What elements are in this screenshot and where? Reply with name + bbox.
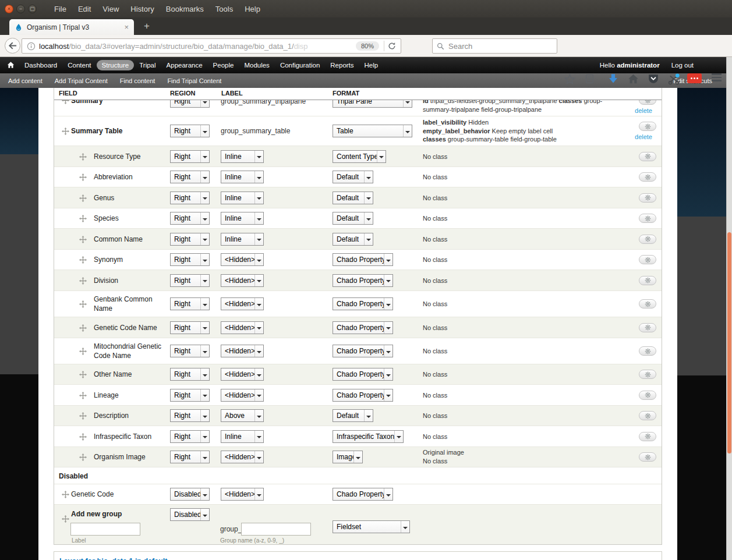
drag-handle-icon[interactable] bbox=[79, 391, 87, 399]
back-button[interactable] bbox=[5, 38, 20, 54]
format-select[interactable]: Infraspecific Taxon bbox=[333, 430, 404, 443]
format-select[interactable]: Fieldset bbox=[333, 520, 410, 533]
format-select[interactable]: Chado Property bbox=[333, 297, 393, 310]
settings-gear-button[interactable] bbox=[639, 370, 656, 379]
group-label-input[interactable] bbox=[70, 523, 140, 536]
format-select[interactable]: Image bbox=[333, 451, 363, 463]
format-select[interactable]: Chado Property bbox=[333, 488, 393, 501]
drag-handle-icon[interactable] bbox=[79, 412, 87, 420]
layout-link[interactable]: Layout for bio_data 1 in default bbox=[59, 557, 167, 560]
extension-icon[interactable] bbox=[687, 73, 702, 83]
region-select[interactable]: Disabled bbox=[170, 508, 210, 521]
drag-handle-icon[interactable] bbox=[79, 324, 87, 332]
drag-handle-icon[interactable] bbox=[79, 153, 87, 161]
menu-view[interactable]: View bbox=[97, 5, 125, 13]
drag-handle-icon[interactable] bbox=[79, 347, 87, 355]
label-select[interactable]: <Hidden> bbox=[221, 297, 264, 310]
settings-gear-button[interactable] bbox=[639, 235, 656, 244]
drag-handle-icon[interactable] bbox=[79, 235, 87, 243]
settings-gear-button[interactable] bbox=[639, 346, 656, 356]
reading-list-icon[interactable] bbox=[585, 73, 595, 84]
toolbar-item-modules[interactable]: Modules bbox=[239, 60, 274, 70]
drag-handle-icon[interactable] bbox=[62, 100, 70, 104]
delete-link[interactable]: delete bbox=[635, 133, 652, 140]
label-select[interactable]: <Hidden> bbox=[221, 274, 264, 287]
drag-handle-icon[interactable] bbox=[79, 277, 87, 285]
label-select[interactable]: <Hidden> bbox=[221, 321, 264, 334]
format-select[interactable]: Chado Property bbox=[333, 321, 393, 334]
label-select[interactable]: <Hidden> bbox=[221, 345, 264, 357]
tab-close-icon[interactable] bbox=[121, 23, 129, 31]
label-select[interactable]: <Hidden> bbox=[221, 488, 264, 501]
maximize-window-icon[interactable]: ▢ bbox=[28, 5, 37, 13]
label-select[interactable]: Inline bbox=[221, 212, 264, 225]
zoom-level-badge[interactable]: 80% bbox=[356, 41, 379, 51]
settings-gear-button[interactable] bbox=[639, 411, 656, 420]
format-select[interactable]: Chado Property bbox=[333, 389, 393, 402]
format-select[interactable]: Chado Property bbox=[333, 345, 393, 357]
label-select[interactable]: Inline bbox=[221, 171, 264, 183]
region-select[interactable]: Right bbox=[170, 389, 210, 402]
label-select[interactable]: <Hidden> bbox=[221, 389, 264, 402]
new-tab-button[interactable] bbox=[140, 20, 154, 32]
page-scrollbar[interactable] bbox=[726, 57, 732, 560]
label-select[interactable]: Inline bbox=[221, 430, 264, 443]
browser-tab[interactable]: Organism | Tripal v3 bbox=[9, 19, 134, 35]
region-select[interactable]: Right bbox=[170, 125, 210, 137]
label-select[interactable]: <Hidden> bbox=[221, 253, 264, 266]
region-select[interactable]: Right bbox=[170, 192, 210, 204]
menu-edit[interactable]: Edit bbox=[72, 5, 97, 13]
menu-bookmarks[interactable]: Bookmarks bbox=[160, 5, 210, 13]
drag-handle-icon[interactable] bbox=[79, 453, 87, 461]
format-select[interactable]: Chado Property bbox=[333, 274, 393, 287]
region-select[interactable]: Right bbox=[170, 430, 210, 443]
settings-gear-button[interactable] bbox=[639, 452, 656, 462]
settings-gear-button[interactable] bbox=[639, 122, 656, 131]
drag-handle-icon[interactable] bbox=[79, 214, 87, 222]
region-select[interactable]: Right bbox=[170, 368, 210, 381]
format-select[interactable]: Default bbox=[333, 192, 373, 204]
toolbar-item-people[interactable]: People bbox=[208, 60, 239, 70]
bookmark-star-icon[interactable] bbox=[564, 73, 576, 86]
shortcut-add-tripal-content[interactable]: Add Tripal Content bbox=[55, 77, 108, 84]
site-info-icon[interactable] bbox=[27, 42, 36, 51]
drag-handle-icon[interactable] bbox=[62, 490, 70, 498]
settings-gear-button[interactable] bbox=[639, 172, 656, 182]
settings-gear-button[interactable] bbox=[639, 276, 656, 285]
label-select[interactable]: Inline bbox=[221, 233, 264, 246]
drag-handle-icon[interactable] bbox=[79, 173, 87, 181]
region-select[interactable]: Right bbox=[170, 409, 210, 422]
settings-gear-button[interactable] bbox=[639, 100, 656, 105]
menu-tools[interactable]: Tools bbox=[210, 5, 239, 13]
menu-file[interactable]: File bbox=[48, 5, 72, 13]
menu-history[interactable]: History bbox=[125, 5, 160, 13]
settings-gear-button[interactable] bbox=[639, 214, 656, 223]
home-icon[interactable] bbox=[628, 73, 639, 84]
delete-link[interactable]: delete bbox=[635, 107, 652, 114]
toolbar-item-configuration[interactable]: Configuration bbox=[275, 60, 325, 70]
region-select[interactable]: Right bbox=[170, 100, 210, 108]
settings-gear-button[interactable] bbox=[639, 193, 656, 203]
pocket-icon[interactable] bbox=[648, 73, 659, 84]
drag-handle-icon[interactable] bbox=[62, 127, 70, 135]
drag-handle-icon[interactable] bbox=[79, 256, 87, 264]
settings-gear-button[interactable] bbox=[639, 152, 656, 161]
format-select[interactable]: Default bbox=[333, 212, 373, 225]
region-select[interactable]: Right bbox=[170, 297, 210, 310]
label-select[interactable]: <Hidden> bbox=[221, 451, 264, 463]
scrollbar-thumb[interactable] bbox=[727, 232, 731, 453]
label-select[interactable]: Inline bbox=[221, 150, 264, 163]
label-select[interactable]: Above bbox=[221, 409, 264, 422]
region-select[interactable]: Disabled bbox=[170, 488, 210, 501]
minimize-window-icon[interactable]: − bbox=[16, 5, 25, 13]
toolbar-item-reports[interactable]: Reports bbox=[325, 60, 359, 70]
format-select[interactable]: Chado Property bbox=[333, 253, 393, 266]
format-select[interactable]: Tripal Pane bbox=[333, 100, 412, 108]
format-select[interactable]: Default bbox=[333, 171, 373, 183]
close-window-icon[interactable]: × bbox=[5, 5, 13, 13]
group-name-input[interactable] bbox=[241, 523, 311, 536]
shortcut-add-content[interactable]: Add content bbox=[8, 77, 43, 84]
format-select[interactable]: Content Type bbox=[333, 150, 386, 163]
format-select[interactable]: Default bbox=[333, 233, 373, 246]
label-select[interactable]: <Hidden> bbox=[221, 368, 264, 381]
